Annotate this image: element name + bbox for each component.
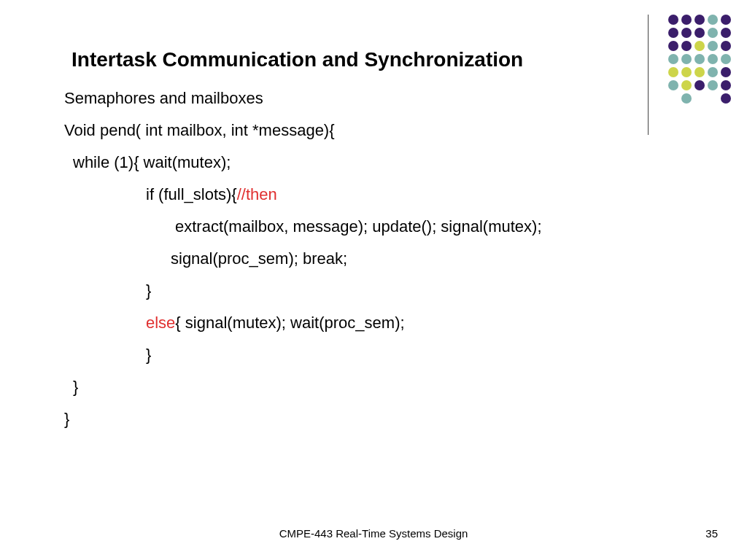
deco-dot xyxy=(694,41,705,51)
deco-dot xyxy=(721,28,731,38)
deco-dot xyxy=(721,41,731,51)
footer-text: CMPE-443 Real-Time Systems Design xyxy=(0,527,747,540)
deco-dot xyxy=(681,15,692,25)
code-line: } xyxy=(64,379,638,395)
deco-dot xyxy=(668,28,678,38)
code-line: } xyxy=(64,283,638,299)
deco-dot xyxy=(694,80,705,90)
code-segment: //then xyxy=(237,185,277,203)
deco-dot xyxy=(681,54,692,64)
deco-dot xyxy=(668,15,678,25)
slide-content: Intertask Communication and Synchronizat… xyxy=(64,48,638,443)
code-segment: Void pend( int mailbox, int *message){ xyxy=(64,121,335,139)
code-line: signal(proc_sem); break; xyxy=(64,251,638,267)
code-line: else{ signal(mutex); wait(proc_sem); xyxy=(64,315,638,331)
deco-dot xyxy=(708,80,718,90)
code-segment: signal(proc_sem); break; xyxy=(171,249,347,268)
code-segment: if (full_slots){ xyxy=(146,185,237,203)
code-segment: } xyxy=(146,281,151,300)
code-segment: } xyxy=(73,378,78,396)
code-segment: else xyxy=(146,314,175,332)
code-segment: extract(mailbox, message); update(); sig… xyxy=(175,217,542,236)
deco-dot xyxy=(668,67,678,77)
code-line: if (full_slots){//then xyxy=(64,187,638,203)
deco-dot xyxy=(681,80,692,90)
code-line: Semaphores and mailboxes xyxy=(64,90,638,106)
code-line: } xyxy=(64,411,638,427)
deco-dot xyxy=(694,54,705,64)
deco-dot xyxy=(721,15,731,25)
deco-dot xyxy=(668,80,678,90)
slide-body: Semaphores and mailboxesVoid pend( int m… xyxy=(64,90,638,427)
deco-dot xyxy=(668,41,678,51)
deco-dot xyxy=(681,67,692,77)
code-segment: Semaphores and mailboxes xyxy=(64,89,263,107)
page-number: 35 xyxy=(705,527,718,540)
deco-dot xyxy=(721,93,731,104)
code-line: extract(mailbox, message); update(); sig… xyxy=(64,219,638,235)
decorative-dots xyxy=(667,13,732,105)
code-segment: } xyxy=(146,346,151,364)
deco-dot xyxy=(681,28,692,38)
code-line: while (1){ wait(mutex); xyxy=(64,155,638,171)
deco-dot xyxy=(708,54,718,64)
code-segment: while (1){ wait(mutex); xyxy=(73,153,231,171)
deco-dot xyxy=(708,41,718,51)
deco-dot xyxy=(681,41,692,51)
slide-title: Intertask Communication and Synchronizat… xyxy=(71,48,638,71)
code-line: Void pend( int mailbox, int *message){ xyxy=(64,122,638,139)
code-line: } xyxy=(64,347,638,363)
code-segment: } xyxy=(64,410,69,428)
deco-dot xyxy=(668,54,678,64)
deco-dot xyxy=(694,67,705,77)
vertical-divider xyxy=(648,15,649,135)
deco-dot xyxy=(721,67,731,77)
deco-dot xyxy=(721,54,731,64)
deco-dot xyxy=(681,93,692,104)
deco-dot xyxy=(694,28,705,38)
deco-dot xyxy=(708,67,718,77)
deco-dot xyxy=(721,80,731,90)
deco-dot xyxy=(708,28,718,38)
code-segment: { signal(mutex); wait(proc_sem); xyxy=(175,314,404,332)
deco-dot xyxy=(708,15,718,25)
deco-dot xyxy=(694,15,705,25)
